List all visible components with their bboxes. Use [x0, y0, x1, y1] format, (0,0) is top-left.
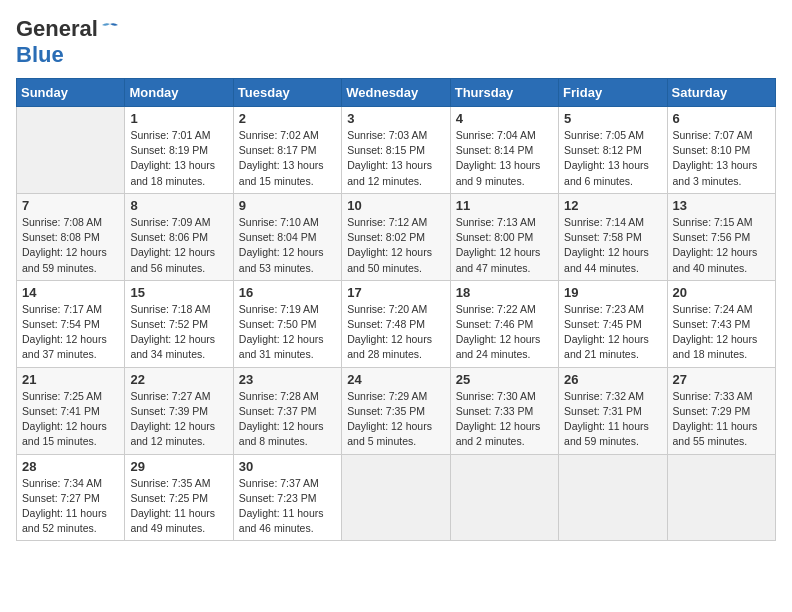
page-header: General Blue: [16, 16, 776, 68]
calendar-cell: 14Sunrise: 7:17 AMSunset: 7:54 PMDayligh…: [17, 280, 125, 367]
day-info: Sunrise: 7:09 AMSunset: 8:06 PMDaylight:…: [130, 215, 227, 276]
calendar-week-2: 7Sunrise: 7:08 AMSunset: 8:08 PMDaylight…: [17, 193, 776, 280]
calendar-cell: 2Sunrise: 7:02 AMSunset: 8:17 PMDaylight…: [233, 107, 341, 194]
day-info: Sunrise: 7:02 AMSunset: 8:17 PMDaylight:…: [239, 128, 336, 189]
day-info: Sunrise: 7:10 AMSunset: 8:04 PMDaylight:…: [239, 215, 336, 276]
calendar-cell: 29Sunrise: 7:35 AMSunset: 7:25 PMDayligh…: [125, 454, 233, 541]
calendar-cell: 27Sunrise: 7:33 AMSunset: 7:29 PMDayligh…: [667, 367, 775, 454]
day-info: Sunrise: 7:07 AMSunset: 8:10 PMDaylight:…: [673, 128, 770, 189]
calendar-cell: 16Sunrise: 7:19 AMSunset: 7:50 PMDayligh…: [233, 280, 341, 367]
calendar-cell: 9Sunrise: 7:10 AMSunset: 8:04 PMDaylight…: [233, 193, 341, 280]
day-number: 16: [239, 285, 336, 300]
calendar-cell: 15Sunrise: 7:18 AMSunset: 7:52 PMDayligh…: [125, 280, 233, 367]
column-header-saturday: Saturday: [667, 79, 775, 107]
calendar-cell: 21Sunrise: 7:25 AMSunset: 7:41 PMDayligh…: [17, 367, 125, 454]
calendar-cell: 11Sunrise: 7:13 AMSunset: 8:00 PMDayligh…: [450, 193, 558, 280]
day-info: Sunrise: 7:32 AMSunset: 7:31 PMDaylight:…: [564, 389, 661, 450]
day-info: Sunrise: 7:20 AMSunset: 7:48 PMDaylight:…: [347, 302, 444, 363]
day-info: Sunrise: 7:27 AMSunset: 7:39 PMDaylight:…: [130, 389, 227, 450]
day-info: Sunrise: 7:15 AMSunset: 7:56 PMDaylight:…: [673, 215, 770, 276]
day-number: 11: [456, 198, 553, 213]
day-number: 1: [130, 111, 227, 126]
calendar-cell: 4Sunrise: 7:04 AMSunset: 8:14 PMDaylight…: [450, 107, 558, 194]
column-header-wednesday: Wednesday: [342, 79, 450, 107]
calendar-cell: [342, 454, 450, 541]
calendar-cell: 6Sunrise: 7:07 AMSunset: 8:10 PMDaylight…: [667, 107, 775, 194]
day-number: 20: [673, 285, 770, 300]
day-number: 29: [130, 459, 227, 474]
calendar-cell: 13Sunrise: 7:15 AMSunset: 7:56 PMDayligh…: [667, 193, 775, 280]
day-number: 5: [564, 111, 661, 126]
column-header-sunday: Sunday: [17, 79, 125, 107]
day-number: 4: [456, 111, 553, 126]
day-number: 14: [22, 285, 119, 300]
day-number: 21: [22, 372, 119, 387]
calendar-week-5: 28Sunrise: 7:34 AMSunset: 7:27 PMDayligh…: [17, 454, 776, 541]
calendar-cell: [450, 454, 558, 541]
day-info: Sunrise: 7:12 AMSunset: 8:02 PMDaylight:…: [347, 215, 444, 276]
logo: General Blue: [16, 16, 120, 68]
day-info: Sunrise: 7:37 AMSunset: 7:23 PMDaylight:…: [239, 476, 336, 537]
day-number: 18: [456, 285, 553, 300]
day-info: Sunrise: 7:24 AMSunset: 7:43 PMDaylight:…: [673, 302, 770, 363]
logo-bird-icon: [100, 22, 120, 38]
day-info: Sunrise: 7:34 AMSunset: 7:27 PMDaylight:…: [22, 476, 119, 537]
calendar-cell: [17, 107, 125, 194]
calendar-cell: 19Sunrise: 7:23 AMSunset: 7:45 PMDayligh…: [559, 280, 667, 367]
calendar-cell: 24Sunrise: 7:29 AMSunset: 7:35 PMDayligh…: [342, 367, 450, 454]
calendar-cell: 22Sunrise: 7:27 AMSunset: 7:39 PMDayligh…: [125, 367, 233, 454]
calendar-cell: 26Sunrise: 7:32 AMSunset: 7:31 PMDayligh…: [559, 367, 667, 454]
day-info: Sunrise: 7:04 AMSunset: 8:14 PMDaylight:…: [456, 128, 553, 189]
calendar-cell: 23Sunrise: 7:28 AMSunset: 7:37 PMDayligh…: [233, 367, 341, 454]
day-number: 6: [673, 111, 770, 126]
calendar-cell: 17Sunrise: 7:20 AMSunset: 7:48 PMDayligh…: [342, 280, 450, 367]
calendar-cell: 28Sunrise: 7:34 AMSunset: 7:27 PMDayligh…: [17, 454, 125, 541]
day-number: 8: [130, 198, 227, 213]
day-number: 30: [239, 459, 336, 474]
calendar-week-4: 21Sunrise: 7:25 AMSunset: 7:41 PMDayligh…: [17, 367, 776, 454]
day-info: Sunrise: 7:08 AMSunset: 8:08 PMDaylight:…: [22, 215, 119, 276]
column-header-monday: Monday: [125, 79, 233, 107]
column-header-friday: Friday: [559, 79, 667, 107]
day-info: Sunrise: 7:23 AMSunset: 7:45 PMDaylight:…: [564, 302, 661, 363]
column-header-thursday: Thursday: [450, 79, 558, 107]
calendar-header-row: SundayMondayTuesdayWednesdayThursdayFrid…: [17, 79, 776, 107]
day-number: 27: [673, 372, 770, 387]
day-info: Sunrise: 7:28 AMSunset: 7:37 PMDaylight:…: [239, 389, 336, 450]
calendar-cell: [667, 454, 775, 541]
day-number: 28: [22, 459, 119, 474]
calendar-cell: 18Sunrise: 7:22 AMSunset: 7:46 PMDayligh…: [450, 280, 558, 367]
day-number: 24: [347, 372, 444, 387]
calendar-cell: 7Sunrise: 7:08 AMSunset: 8:08 PMDaylight…: [17, 193, 125, 280]
day-info: Sunrise: 7:03 AMSunset: 8:15 PMDaylight:…: [347, 128, 444, 189]
calendar-cell: 20Sunrise: 7:24 AMSunset: 7:43 PMDayligh…: [667, 280, 775, 367]
day-number: 12: [564, 198, 661, 213]
day-number: 3: [347, 111, 444, 126]
calendar-cell: [559, 454, 667, 541]
calendar-cell: 25Sunrise: 7:30 AMSunset: 7:33 PMDayligh…: [450, 367, 558, 454]
day-info: Sunrise: 7:22 AMSunset: 7:46 PMDaylight:…: [456, 302, 553, 363]
day-number: 22: [130, 372, 227, 387]
column-header-tuesday: Tuesday: [233, 79, 341, 107]
day-info: Sunrise: 7:29 AMSunset: 7:35 PMDaylight:…: [347, 389, 444, 450]
calendar-week-3: 14Sunrise: 7:17 AMSunset: 7:54 PMDayligh…: [17, 280, 776, 367]
calendar-cell: 10Sunrise: 7:12 AMSunset: 8:02 PMDayligh…: [342, 193, 450, 280]
calendar-table: SundayMondayTuesdayWednesdayThursdayFrid…: [16, 78, 776, 541]
day-number: 26: [564, 372, 661, 387]
day-number: 23: [239, 372, 336, 387]
calendar-week-1: 1Sunrise: 7:01 AMSunset: 8:19 PMDaylight…: [17, 107, 776, 194]
day-info: Sunrise: 7:18 AMSunset: 7:52 PMDaylight:…: [130, 302, 227, 363]
calendar-cell: 5Sunrise: 7:05 AMSunset: 8:12 PMDaylight…: [559, 107, 667, 194]
day-info: Sunrise: 7:17 AMSunset: 7:54 PMDaylight:…: [22, 302, 119, 363]
day-info: Sunrise: 7:14 AMSunset: 7:58 PMDaylight:…: [564, 215, 661, 276]
calendar-cell: 1Sunrise: 7:01 AMSunset: 8:19 PMDaylight…: [125, 107, 233, 194]
day-number: 19: [564, 285, 661, 300]
day-number: 25: [456, 372, 553, 387]
logo-text: General: [16, 16, 120, 42]
day-info: Sunrise: 7:13 AMSunset: 8:00 PMDaylight:…: [456, 215, 553, 276]
day-info: Sunrise: 7:30 AMSunset: 7:33 PMDaylight:…: [456, 389, 553, 450]
day-number: 7: [22, 198, 119, 213]
calendar-cell: 8Sunrise: 7:09 AMSunset: 8:06 PMDaylight…: [125, 193, 233, 280]
day-number: 10: [347, 198, 444, 213]
day-number: 13: [673, 198, 770, 213]
